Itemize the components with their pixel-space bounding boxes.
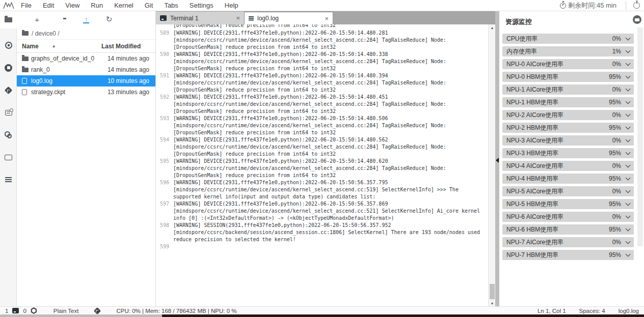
menu-item[interactable]: Help	[219, 0, 244, 11]
line-number: 593	[156, 115, 169, 122]
spaces-indicator[interactable]: Spaces: 4	[579, 308, 605, 314]
chevron-down-icon[interactable]	[626, 200, 631, 206]
monitor-row[interactable]: NPU-6 AICore使用率 0%	[502, 212, 634, 222]
file-row[interactable]: graphs_of_device_id_0 14 minutes ago	[17, 53, 155, 64]
terminal-icon[interactable]	[12, 308, 19, 313]
chevron-down-icon[interactable]	[626, 150, 631, 155]
resource-monitor-icon[interactable]	[633, 15, 641, 24]
monitor-row[interactable]: NPU-7 HBM使用率 95%	[502, 250, 634, 260]
sort-ascending-icon: ▲	[52, 44, 56, 48]
menu-item[interactable]: File	[15, 0, 37, 11]
git-diamond-icon	[5, 86, 13, 94]
file-row[interactable]: log0.log 10 minutes ago	[17, 75, 155, 87]
monitor-row[interactable]: NPU-4 AICore使用率 0%	[502, 161, 634, 171]
editor-body[interactable]: [DropoutGenMask] reduce precision from i…	[156, 24, 495, 306]
sidebar-item-open-tabs[interactable]	[0, 149, 17, 166]
monitor-label: NPU-6 AICore使用率	[506, 213, 612, 221]
tab-log0-log[interactable]: log0.log ×	[245, 12, 333, 24]
cursor-position[interactable]: Ln 1, Col 1	[538, 308, 566, 314]
sidebar-item-toc[interactable]	[0, 171, 17, 188]
monitor-row[interactable]: NPU-3 HBM使用率 95%	[502, 148, 634, 158]
sidebar-item-git[interactable]	[0, 81, 17, 99]
editor-mode[interactable]: Plain Text	[53, 308, 79, 314]
resource-usage-text: CPU: 0% | Mem: 168 / 786432 MB | NPU: 0 …	[116, 308, 236, 314]
sidebar-item-running-kernels[interactable]	[0, 59, 17, 76]
monitor-row[interactable]: NPU-0 AICore使用率 0%	[502, 59, 634, 69]
chevron-down-icon[interactable]	[626, 162, 631, 167]
chevron-down-icon[interactable]	[626, 137, 631, 142]
git-diamond-icon[interactable]	[94, 307, 101, 314]
monitor-row[interactable]: NPU-5 HBM使用率 95%	[502, 199, 634, 209]
chevron-down-icon[interactable]	[626, 48, 631, 53]
monitor-row[interactable]: NPU-5 AICore使用率 0%	[502, 186, 634, 196]
new-launcher-button[interactable]: +	[31, 15, 43, 24]
chevron-down-icon[interactable]	[626, 99, 631, 104]
panel-scrollbar[interactable]	[637, 27, 643, 246]
monitor-row[interactable]: CPU使用率 0%	[502, 34, 634, 44]
menu-item[interactable]: Settings	[184, 0, 219, 11]
upload-button[interactable]: ↑	[83, 16, 89, 23]
chevron-down-icon[interactable]	[626, 35, 631, 40]
file-row[interactable]: rank_0 14 minutes ago	[17, 64, 155, 75]
monitor-row[interactable]: NPU-1 HBM使用率 95%	[502, 97, 634, 107]
collapse-panel-icon[interactable]	[496, 158, 499, 163]
chevron-down-icon[interactable]	[626, 111, 631, 117]
chevron-down-icon[interactable]	[626, 213, 631, 218]
chevron-down-icon[interactable]	[626, 86, 631, 91]
close-tab-icon[interactable]: ×	[236, 14, 240, 22]
menu-item[interactable]: Kernel	[109, 0, 139, 11]
editor-scrollbar[interactable]: ▲ ▼	[488, 24, 495, 306]
editor-area: Terminal 1 × log0.log × [DropoutGenMask]…	[156, 11, 495, 306]
breadcrumb-path: / device0 /	[32, 30, 60, 37]
tab-terminal-1[interactable]: Terminal 1 ×	[156, 12, 245, 24]
scrollbar-thumb[interactable]	[490, 284, 495, 299]
file-row[interactable]: strategy.ckpt 13 minutes ago	[17, 87, 155, 98]
menu-item[interactable]: Tabs	[158, 0, 183, 11]
monitor-row[interactable]: NPU-1 AICore使用率 0%	[502, 84, 634, 95]
monitor-row[interactable]: NPU-6 HBM使用率 95%	[502, 224, 634, 235]
menu-item[interactable]: Edit	[37, 0, 60, 11]
monitor-row[interactable]: NPU-0 HBM使用率 95%	[502, 72, 634, 82]
chevron-down-icon[interactable]	[626, 251, 631, 256]
column-header-name[interactable]: Name ▲	[22, 43, 101, 50]
sidebar-item-settings[interactable]	[0, 126, 17, 143]
chevron-down-icon[interactable]	[626, 124, 631, 129]
sidebar-item-sessions[interactable]	[0, 37, 17, 54]
log-content[interactable]: [DropoutGenMask] reduce precision from i…	[156, 24, 488, 306]
monitor-label: NPU-2 AICore使用率	[506, 111, 612, 120]
chevron-down-icon[interactable]	[626, 226, 631, 231]
chevron-down-icon[interactable]	[626, 188, 631, 193]
monitor-row[interactable]: NPU-3 AICore使用率 0%	[502, 135, 634, 146]
breadcrumb[interactable]: / device0 /	[17, 27, 155, 40]
column-header-last-modified[interactable]: Last Modified	[101, 43, 150, 50]
monitor-value: 0%	[612, 162, 621, 169]
clipped-line: [DropoutGenMask] reduce precision from i…	[169, 24, 488, 30]
monitor-row[interactable]: NPU-2 AICore使用率 0%	[502, 110, 634, 120]
status-bar: 1 0 Plain Text CPU: 0% | Mem: 168 / 7864…	[0, 306, 644, 314]
sidebar-item-property-inspector[interactable]	[0, 104, 17, 121]
line-text: [WARNING] DEVICE(2931,fffe437fe1e0,pytho…	[173, 51, 488, 72]
terminal-icon	[160, 15, 167, 21]
sidebar-item-file-browser[interactable]	[0, 11, 17, 28]
kernel-icon[interactable]	[31, 307, 37, 314]
close-tab-icon[interactable]: ×	[325, 15, 329, 22]
chevron-down-icon[interactable]	[626, 239, 631, 244]
scroll-up-icon[interactable]: ▲	[489, 24, 495, 31]
chevron-down-icon[interactable]	[626, 61, 631, 66]
menu-item[interactable]: Run	[85, 0, 109, 11]
monitor-row[interactable]: NPU-7 AICore使用率 0%	[502, 237, 634, 247]
chevron-down-icon[interactable]	[626, 73, 631, 78]
monitor-value: 0%	[612, 35, 621, 42]
menu-item[interactable]: Git	[139, 0, 159, 11]
monitor-value: 95%	[609, 226, 621, 233]
refresh-button[interactable]: ↻	[103, 15, 115, 24]
power-button[interactable]	[633, 2, 640, 9]
scroll-down-icon[interactable]: ▼	[489, 300, 495, 306]
menu-item[interactable]: View	[60, 0, 85, 11]
panel-splitter[interactable]	[495, 11, 499, 306]
monitor-row[interactable]: NPU-2 HBM使用率 95%	[502, 123, 634, 133]
gears-icon	[5, 131, 12, 139]
chevron-down-icon[interactable]	[626, 175, 631, 180]
monitor-row[interactable]: NPU-4 HBM使用率 95%	[502, 174, 634, 184]
monitor-row[interactable]: 内存使用率 1%	[502, 46, 634, 56]
